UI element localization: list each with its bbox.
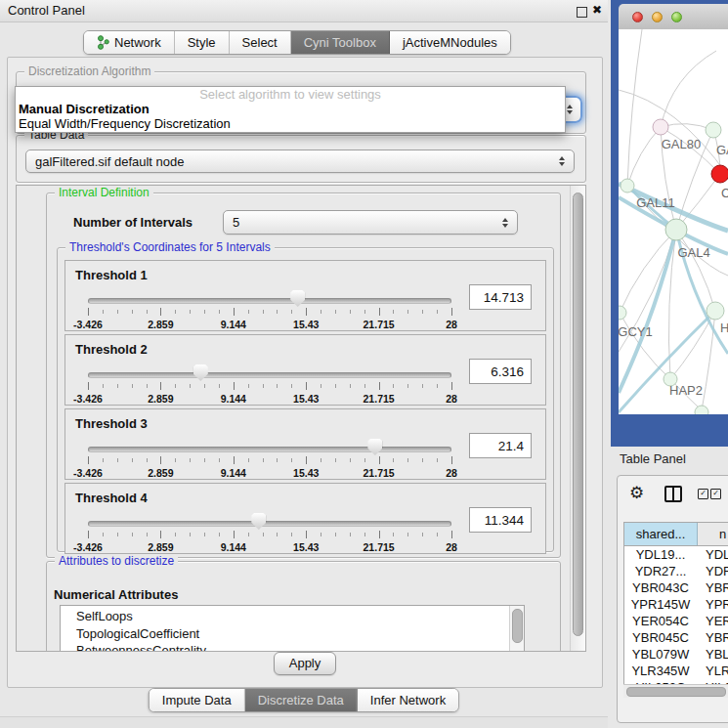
stepper-down-icon bbox=[559, 162, 565, 166]
tick-mark bbox=[263, 384, 264, 388]
close-icon[interactable]: ✖ bbox=[592, 3, 602, 17]
table-row[interactable]: YBL079WYBL079W bbox=[624, 646, 728, 663]
gear-icon[interactable]: ⚙ bbox=[629, 483, 644, 502]
tab-infer-network[interactable]: Infer Network bbox=[358, 689, 458, 711]
tick-mark bbox=[219, 310, 220, 314]
threshold-slider[interactable]: -3.4262.8599.14415.4321.71528 bbox=[88, 437, 451, 478]
tick-mark bbox=[335, 458, 336, 462]
threshold-value-field[interactable]: 14.713 bbox=[469, 284, 532, 310]
numerical-attributes-label: Numerical Attributes bbox=[54, 587, 178, 602]
cell-shared-name: YER054C bbox=[624, 614, 697, 628]
tab-label: Select bbox=[242, 35, 278, 50]
tick-mark bbox=[407, 384, 408, 388]
table-row[interactable]: YDR27...YDR27... bbox=[624, 563, 728, 579]
node-gal80[interactable] bbox=[653, 119, 668, 135]
number-of-intervals-select[interactable]: 5 bbox=[223, 210, 518, 235]
tab-cyni-toolbox[interactable]: Cyni Toolbox bbox=[291, 31, 390, 54]
tick-mark bbox=[103, 533, 104, 536]
node-gcy1[interactable] bbox=[619, 306, 626, 320]
list-scrollbar-thumb[interactable] bbox=[512, 609, 523, 643]
slider-handle[interactable] bbox=[290, 290, 305, 307]
table-data-selected-value: galFiltered.sif default node bbox=[35, 154, 184, 169]
tick-mark bbox=[175, 384, 176, 388]
tab-label: Network bbox=[114, 35, 161, 50]
threshold-slider[interactable]: -3.4262.8599.14415.4321.71528 bbox=[88, 288, 451, 329]
panel-scrollbar[interactable] bbox=[570, 186, 585, 651]
table-data-select[interactable]: galFiltered.sif default node bbox=[25, 150, 575, 173]
table-row[interactable]: YBR043CYBR043C bbox=[624, 579, 728, 596]
apply-button[interactable]: Apply bbox=[274, 652, 336, 675]
tick-mark bbox=[175, 533, 176, 536]
node-selected-red[interactable] bbox=[711, 165, 728, 183]
table-row[interactable]: YER054CYER054C bbox=[624, 613, 728, 629]
node-gal11[interactable] bbox=[621, 179, 634, 193]
group-title-discretization-algorithm: Discretization Algorithm bbox=[24, 64, 154, 78]
list-scrollbar[interactable] bbox=[509, 606, 524, 652]
slider-handle[interactable] bbox=[251, 513, 266, 530]
node-label-c: C bbox=[721, 186, 728, 200]
node-h[interactable] bbox=[707, 302, 724, 320]
node-gal4[interactable] bbox=[665, 219, 687, 240]
threshold-slider[interactable]: -3.4262.8599.14415.4321.71528 bbox=[88, 363, 451, 404]
column-header-name[interactable]: n bbox=[698, 523, 728, 545]
checkbox-icon[interactable]: ✓ bbox=[698, 489, 708, 499]
panel-scrollbar-thumb[interactable] bbox=[573, 193, 583, 636]
zoom-traffic-light[interactable] bbox=[671, 12, 682, 22]
threshold-label: Threshold 1 bbox=[75, 268, 148, 282]
tick-label: 28 bbox=[446, 319, 457, 330]
split-view-icon[interactable] bbox=[664, 486, 682, 502]
network-canvas[interactable]: GAL80GACGAL11GAL4GCY1HHAP2 bbox=[619, 29, 728, 414]
minimize-traffic-light[interactable] bbox=[652, 12, 663, 22]
node-ga[interactable] bbox=[706, 122, 721, 138]
tick-label: 15.43 bbox=[293, 541, 319, 553]
numerical-attributes-list[interactable]: SelfLoopsTopologicalCoefficientBetweenne… bbox=[60, 605, 525, 652]
tick-mark bbox=[291, 533, 292, 536]
table-scrollbar-thumb[interactable] bbox=[626, 687, 726, 697]
slider-handle[interactable] bbox=[193, 364, 208, 381]
table-row[interactable]: YBR045CYBR045C bbox=[624, 629, 728, 646]
threshold-value-field[interactable]: 21.4 bbox=[469, 433, 532, 458]
attribute-list-item-topologicalcoefficient[interactable]: TopologicalCoefficient bbox=[61, 625, 524, 643]
tick-mark bbox=[437, 533, 438, 536]
tick-mark bbox=[306, 308, 307, 316]
node-bottom[interactable] bbox=[695, 406, 708, 414]
tab-jactivemnodules[interactable]: jActiveMNodules bbox=[390, 31, 510, 54]
attribute-list-item-betweennesscentrality[interactable]: BetweennessCentrality bbox=[61, 642, 524, 652]
tick-mark bbox=[248, 533, 249, 536]
checkbox-icon[interactable]: ✓ bbox=[710, 489, 721, 499]
tick-mark bbox=[277, 458, 278, 462]
threshold-slider[interactable]: -3.4262.8599.14415.4321.71528 bbox=[88, 511, 451, 552]
tick-mark bbox=[248, 384, 249, 388]
node-label-ga: GA bbox=[716, 143, 728, 157]
attribute-list-item-selfloops[interactable]: SelfLoops bbox=[61, 608, 524, 625]
slider-tick-labels: -3.4262.8599.14415.4321.71528 bbox=[88, 393, 451, 405]
slider-handle[interactable] bbox=[367, 439, 382, 455]
tick-mark bbox=[437, 384, 438, 388]
column-header-shared-name[interactable]: shared... bbox=[624, 523, 698, 545]
tick-mark bbox=[147, 533, 148, 536]
table-row[interactable]: YLR345WYLR345W bbox=[624, 663, 728, 679]
tab-impute-data[interactable]: Impute Data bbox=[150, 689, 245, 711]
dropdown-option-equal-width-frequency[interactable]: Equal Width/Frequency Discretization bbox=[16, 116, 565, 131]
tab-discretize-data[interactable]: Discretize Data bbox=[245, 689, 358, 711]
tab-select[interactable]: Select bbox=[230, 31, 291, 54]
table-horizontal-scrollbar[interactable] bbox=[623, 684, 728, 698]
close-traffic-light[interactable] bbox=[632, 12, 643, 22]
threshold-value-field[interactable]: 11.344 bbox=[469, 507, 532, 533]
tab-label: jActiveMNodules bbox=[403, 35, 497, 50]
tick-mark bbox=[422, 310, 423, 314]
threshold-value-field[interactable]: 6.316 bbox=[469, 359, 532, 384]
network-window-titlebar[interactable] bbox=[619, 4, 728, 30]
tick-mark bbox=[407, 458, 408, 462]
tab-network[interactable]: Network bbox=[84, 31, 175, 54]
tick-mark bbox=[175, 310, 176, 314]
dropdown-option-manual-discretization[interactable]: Manual Discretization bbox=[16, 102, 565, 116]
network-edge bbox=[702, 311, 715, 410]
float-icon[interactable] bbox=[577, 7, 587, 18]
node-attribute-table: shared... n YDL19...YDL19...YDR27...YDR2… bbox=[623, 522, 728, 698]
slider-ticks bbox=[88, 382, 451, 391]
tab-style[interactable]: Style bbox=[175, 31, 230, 54]
table-row[interactable]: YDL19...YDL19... bbox=[624, 546, 728, 563]
table-row[interactable]: YPR145WYPR145W bbox=[624, 596, 728, 613]
tick-mark bbox=[350, 384, 351, 388]
